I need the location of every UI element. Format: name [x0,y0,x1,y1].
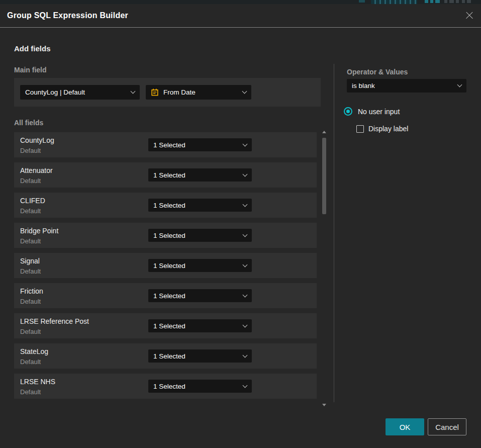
field-row: CountyLogDefault1 Selected [14,132,317,157]
field-name: Signal [20,257,40,265]
scroll-up-icon[interactable] [322,131,326,133]
scrollbar[interactable] [321,129,327,408]
chevron-down-icon [243,383,248,388]
operator-select-dropdown[interactable]: is blank [347,79,466,93]
background-app-edge [0,0,481,4]
chevron-down-icon [131,89,136,94]
field-subtitle: Default [20,147,41,154]
field-selection-dropdown[interactable]: 1 Selected [148,168,252,182]
chevron-down-icon [243,352,248,357]
display-label-checkbox[interactable] [356,125,364,133]
field-selection-dropdown[interactable]: 1 Selected [148,319,252,332]
field-name: LRSE Reference Post [20,317,89,325]
dropdown-value: 1 Selected [153,352,239,360]
chevron-down-icon [243,232,248,237]
field-selection-dropdown[interactable]: 1 Selected [148,380,252,393]
background-fragment [449,0,454,3]
field-row: LRSE Reference PostDefault1 Selected [14,313,317,338]
background-fragment [359,0,365,3]
calendar-icon [151,88,159,97]
field-name: Attenuator [20,166,53,174]
display-label-option: Display label [356,125,408,133]
dropdown-value: 1 Selected [153,322,239,330]
dropdown-value: 1 Selected [153,202,239,209]
background-fragment [462,0,465,3]
dropdown-value: CountyLog | Default [25,88,127,96]
main-field-panel: CountyLog | Default From Date [14,78,321,107]
dropdown-value: 1 Selected [153,383,239,390]
chevron-down-icon [243,262,248,267]
ok-button[interactable]: OK [386,418,424,435]
display-label-text: Display label [368,125,408,133]
field-row: LRSE NHSDefault1 Selected [14,374,317,399]
operator-values-panel: Operator & Values is blank No user input… [334,64,480,402]
field-selection-dropdown[interactable]: 1 Selected [148,199,252,212]
field-name: StateLog [20,347,48,355]
chevron-down-icon [242,89,247,94]
all-fields-label: All fields [14,119,43,127]
scrollbar-thumb[interactable] [322,138,326,214]
chevron-down-icon [243,322,248,327]
close-icon[interactable] [465,11,474,20]
field-subtitle: Default [20,267,41,275]
field-subtitle: Default [20,328,41,335]
field-subtitle: Default [20,388,41,396]
operator-values-heading: Operator & Values [347,68,481,76]
field-selection-dropdown[interactable]: 1 Selected [148,259,252,272]
group-sql-expression-builder-dialog: Group SQL Expression Builder Add fields … [0,4,481,448]
field-row: AttenuatorDefault1 Selected [14,162,317,188]
chevron-down-icon [243,141,248,146]
background-fragment [444,0,447,3]
field-selection-dropdown[interactable]: 1 Selected [148,289,252,302]
dropdown-value: is blank [352,82,454,89]
dropdown-value: 1 Selected [153,141,239,149]
dropdown-value: 1 Selected [153,171,239,179]
chevron-down-icon [243,202,248,207]
dropdown-value: 1 Selected [153,262,239,270]
background-fragment [425,0,428,3]
field-subtitle: Default [20,207,41,215]
field-subtitle: Default [20,177,41,185]
field-row: SignalDefault1 Selected [14,253,317,278]
field-selection-dropdown[interactable]: 1 Selected [148,229,252,242]
dropdown-value: From Date [163,88,239,96]
chevron-down-icon [457,82,462,87]
dropdown-value: 1 Selected [153,292,239,300]
field-selection-dropdown[interactable]: 1 Selected [148,349,252,363]
field-subtitle: Default [20,298,41,305]
field-row: StateLogDefault1 Selected [14,343,317,369]
field-subtitle: Default [20,237,41,245]
field-row: CLIFEDDefault1 Selected [14,193,317,218]
layer-select-dropdown[interactable]: CountyLog | Default [20,85,140,100]
field-row: FrictionDefault1 Selected [14,283,317,308]
cancel-button[interactable]: Cancel [428,418,466,435]
field-row: Bridge PointDefault1 Selected [14,223,317,248]
dropdown-value: 1 Selected [153,232,239,239]
field-name: Bridge Point [20,227,58,235]
no-user-input-radio[interactable] [344,107,352,116]
background-fragment [435,0,440,3]
background-fragment [467,0,471,3]
scroll-down-icon[interactable] [322,404,326,406]
background-fragment [430,0,433,3]
main-field-label: Main field [14,66,47,74]
add-fields-heading: Add fields [14,44,51,53]
chevron-down-icon [243,292,248,297]
field-name: LRSE NHS [20,378,55,386]
field-selection-dropdown[interactable]: 1 Selected [148,138,252,151]
background-fragment [456,0,459,3]
field-name: Friction [20,287,43,295]
background-fragment [371,0,417,4]
dialog-title: Group SQL Expression Builder [7,11,128,20]
main-field-select-dropdown[interactable]: From Date [146,85,251,100]
no-user-input-label: No user input [358,108,400,116]
dialog-title-bar: Group SQL Expression Builder [0,4,481,28]
all-fields-list: CountyLogDefault1 SelectedAttenuatorDefa… [14,132,317,404]
field-name: CountyLog [20,136,54,144]
chevron-down-icon [243,171,248,176]
no-user-input-option: No user input [344,107,400,116]
field-subtitle: Default [20,358,41,366]
field-name: CLIFED [20,197,45,205]
